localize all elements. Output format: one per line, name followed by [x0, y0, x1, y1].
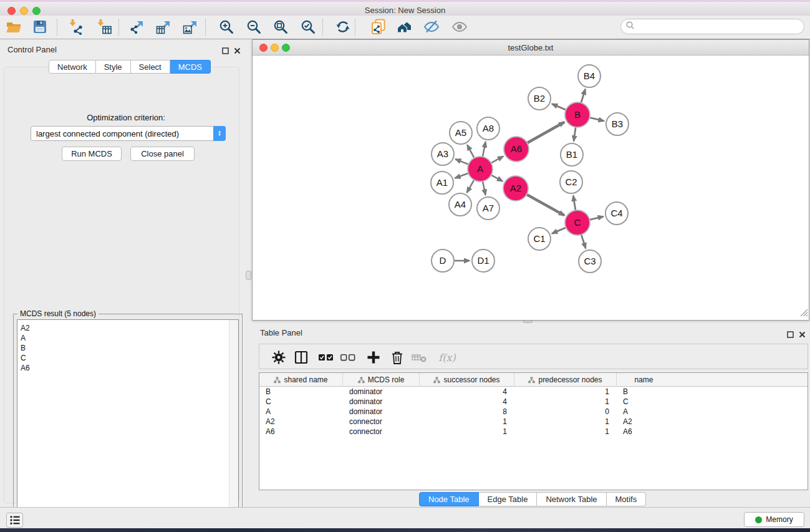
memory-button[interactable]: Memory — [744, 512, 804, 527]
memory-label: Memory — [766, 515, 793, 524]
refresh-icon[interactable] — [334, 17, 352, 36]
select-all-icon[interactable] — [317, 349, 335, 366]
window-resize-grip[interactable] — [799, 308, 808, 319]
delete-trash-icon[interactable] — [388, 349, 406, 366]
column-header[interactable]: name — [617, 373, 671, 387]
hierarchy-icon — [433, 377, 440, 384]
graph-node-label-B1: B1 — [566, 149, 577, 160]
zoom-fit-icon[interactable] — [271, 17, 290, 36]
graph-node-label-D: D — [440, 255, 446, 266]
close-panel-button[interactable]: Close panel — [130, 147, 195, 161]
show-all-eye-icon[interactable] — [450, 17, 469, 36]
search-input[interactable] — [635, 21, 804, 33]
tab-edge-table[interactable]: Edge Table — [479, 492, 538, 506]
table-panel-title: Table Panel — [260, 328, 302, 337]
tab-network-table[interactable]: Network Table — [537, 492, 606, 506]
tab-network[interactable]: Network — [49, 60, 96, 74]
criterion-select-value: largest connected component (directed) — [31, 129, 213, 138]
desktop-wallpaper-strip — [0, 528, 810, 532]
table-settings-gear-icon[interactable] — [270, 349, 287, 366]
tab-style[interactable]: Style — [96, 60, 131, 74]
select-stepper-icon: ▲▼ — [213, 126, 226, 141]
graph-node-label-D1: D1 — [477, 255, 489, 266]
close-table-panel-icon[interactable] — [799, 329, 806, 336]
copy-networks-icon[interactable] — [369, 17, 388, 36]
toolbar-separator — [205, 19, 206, 36]
network-window-titlebar: testGlobe.txt — [253, 40, 809, 56]
tab-node-table[interactable]: Node Table — [419, 492, 479, 506]
tab-mcds[interactable]: MCDS — [170, 60, 211, 74]
graph-node-label-A2: A2 — [510, 183, 521, 193]
tab-motifs[interactable]: Motifs — [607, 492, 647, 506]
graph-node-label-C4: C4 — [610, 208, 622, 218]
column-view-icon[interactable] — [292, 349, 310, 366]
optimization-criterion-label: Optimization criterion: — [4, 113, 248, 122]
result-item[interactable]: B — [17, 343, 238, 353]
mcds-result-title: MCDS result (5 nodes) — [17, 309, 99, 318]
graph-node-label-B3: B3 — [612, 118, 623, 129]
table-row[interactable]: Bdominator41B — [259, 387, 808, 397]
graph-node-label-A7: A7 — [483, 203, 494, 213]
fx-label: f(x) — [438, 352, 455, 364]
add-column-plus-icon[interactable] — [365, 349, 382, 366]
table-row[interactable]: A2connector11A2 — [259, 417, 808, 427]
function-builder-button[interactable]: f(x) — [436, 349, 458, 366]
column-header[interactable]: successor nodes — [420, 373, 514, 387]
network-canvas[interactable]: B4B2BB3A8A5A6A3B1AA1C2A2A4A7C4CC1C3DD1 — [253, 56, 809, 320]
search-icon — [625, 21, 635, 32]
column-header[interactable]: MCDS role — [343, 373, 420, 387]
zoom-in-icon[interactable] — [217, 17, 236, 36]
column-header[interactable]: predecessor nodes — [514, 373, 617, 387]
graph-node-label-C3: C3 — [584, 256, 595, 266]
graph-node-label-C2: C2 — [565, 177, 577, 187]
export-table-icon[interactable] — [155, 17, 173, 36]
deselect-all-icon[interactable] — [339, 349, 357, 366]
network-view-window: testGlobe.txt B4B2BB3A8A5A6A3B1AA1C2A2A4… — [252, 39, 809, 321]
table-row[interactable]: Adominator80A — [259, 407, 808, 417]
node-table: shared name MCDS role successor nodes pr… — [259, 372, 808, 490]
result-scrollbar[interactable] — [229, 320, 238, 523]
graph-node-label-A8: A8 — [483, 123, 494, 133]
open-file-icon[interactable] — [4, 17, 23, 36]
export-image-icon[interactable] — [181, 17, 200, 36]
node-table-rows: Bdominator41B Cdominator41C Adominator80… — [259, 387, 808, 437]
float-panel-icon[interactable] — [222, 46, 229, 52]
graph-node-label-B2: B2 — [534, 93, 545, 104]
vertical-splitter-handle[interactable] — [246, 271, 251, 280]
export-network-icon[interactable] — [128, 17, 147, 36]
float-table-panel-icon[interactable] — [787, 329, 794, 336]
table-row[interactable]: Cdominator41C — [259, 397, 808, 407]
toolbar-separator — [355, 19, 355, 36]
import-network-icon[interactable] — [67, 17, 85, 36]
mcds-result-list[interactable]: A2 A B C A6 — [17, 319, 239, 524]
toolbar-separator — [118, 19, 119, 36]
zoom-selected-icon[interactable] — [299, 17, 317, 36]
column-header[interactable]: shared name — [259, 373, 343, 387]
task-history-button[interactable] — [6, 513, 23, 528]
zoom-out-icon[interactable] — [244, 17, 263, 36]
import-table-icon[interactable] — [95, 17, 113, 36]
graph-node-label-B: B — [574, 109, 581, 120]
close-panel-icon[interactable] — [234, 46, 241, 52]
graph-node-label-A: A — [477, 163, 483, 174]
table-row[interactable]: A6connector11A6 — [259, 427, 808, 437]
delete-column-icon[interactable] — [411, 349, 428, 366]
result-item[interactable]: C — [17, 353, 238, 363]
window-titlebar: Session: New Session — [0, 2, 810, 16]
tab-select[interactable]: Select — [131, 60, 170, 74]
result-item[interactable]: A6 — [17, 363, 238, 373]
network-window-title: testGlobe.txt — [253, 43, 809, 52]
save-session-icon[interactable] — [31, 17, 49, 36]
graph-node-label-A6: A6 — [511, 143, 522, 154]
result-item[interactable]: A — [17, 333, 238, 343]
hide-selected-icon[interactable] — [422, 17, 441, 36]
table-toolbar: f(x) — [259, 344, 808, 369]
control-panel: Control Panel Optimization criterion: la… — [0, 39, 243, 507]
search-field[interactable] — [620, 19, 804, 34]
graph-node-label-A3: A3 — [437, 148, 448, 159]
run-mcds-button[interactable]: Run MCDS — [62, 147, 122, 161]
result-item[interactable]: A2 — [17, 323, 238, 333]
table-panel: Table Panel f(x) shared name MC — [252, 323, 810, 507]
criterion-select[interactable]: largest connected component (directed) ▲… — [31, 126, 226, 141]
houses-icon[interactable] — [395, 17, 414, 36]
